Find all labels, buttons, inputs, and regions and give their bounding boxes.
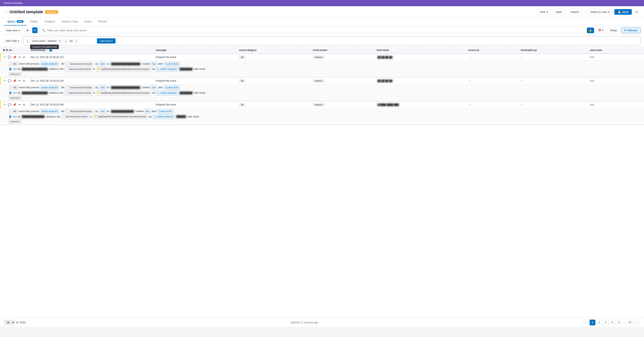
row-event-action: deletion — [310, 77, 374, 84]
row-detail-cell: 📄 file event with process elastic-endpoi… — [0, 108, 644, 125]
row-expand-btn[interactable]: ✎ — [3, 79, 6, 83]
row-add-btn[interactable]: ⊕ — [22, 103, 26, 107]
search-input[interactable] — [47, 29, 582, 32]
calendar-button[interactable]: 📅 ▾ — [596, 28, 606, 33]
page-4-button[interactable]: 4 — [610, 319, 615, 325]
data-view-button[interactable]: Data view ▾ — [3, 28, 23, 33]
row-add-btn[interactable]: ⊕ — [22, 79, 26, 83]
row-comment-btn[interactable]: 💬 — [7, 103, 12, 107]
tab-analyzer[interactable]: Analyzer — [42, 18, 58, 26]
page-1-button[interactable]: 1 — [590, 319, 595, 325]
lock-icon-button[interactable]: 🔒 — [587, 28, 594, 33]
row-more-btn[interactable]: ••• — [18, 79, 22, 83]
open-label: Open — [556, 10, 562, 14]
table-container[interactable]: ⊞ ⚙ 🗃 ↑ @timestamp ↓ 1 message event.cat… — [0, 47, 644, 318]
detail-line-1: 📄 file event with process elastic-endpoi… — [9, 62, 642, 67]
tab-query[interactable]: Query 2422 — [4, 18, 27, 26]
table-row[interactable]: ✎ 💬 📌 ••• ⊕ Dec 13, 2023 @ 16:29:26.094 … — [0, 101, 644, 108]
row-expand-btn[interactable]: ✎ — [3, 103, 6, 107]
save-button[interactable]: 💾 Save — [614, 9, 632, 15]
col-expand-icon[interactable]: ⊞ — [3, 49, 5, 52]
close-button[interactable]: ✕ — [634, 9, 640, 15]
tab-notes[interactable]: Notes — [81, 18, 95, 26]
inspect-button[interactable]: Inspect — [567, 9, 582, 15]
row-more-btn[interactable]: ••• — [18, 55, 22, 59]
data-view-label: Data view — [6, 29, 18, 32]
attach-label: Attach to case — [590, 10, 607, 14]
row-tools: ✎ 💬 📌 ••• ⊕ — [0, 54, 28, 61]
filter-options-button[interactable]: ⚙ — [24, 28, 31, 33]
filter-chip[interactable]: event.action: "deletion" ✕ Convert to te… — [30, 39, 63, 44]
col-settings-icon[interactable]: ⚙ — [6, 49, 8, 52]
page-5-button[interactable]: 5 — [616, 319, 622, 325]
prev-page-button[interactable]: ‹ — [583, 319, 589, 325]
and-filter-button[interactable]: AND Filter ▾ — [3, 39, 22, 43]
filter-label: Filter — [12, 40, 17, 43]
row-event-category: file — [236, 101, 310, 108]
unknown-container-1: unknown — [9, 73, 642, 76]
search-bar: 🔍 — [39, 27, 585, 33]
row-expand-btn[interactable]: ✎ — [3, 55, 6, 59]
save-icon: 💾 — [618, 10, 621, 14]
row-source-ip: — — [466, 77, 518, 84]
col-header-user-name[interactable]: user.name — [588, 47, 644, 54]
col-header-event-action[interactable]: event.action — [310, 47, 374, 54]
row-pin-btn[interactable]: 📌 — [12, 55, 17, 59]
row-add-btn[interactable]: ⊕ — [22, 55, 26, 59]
col-header-destination-ip[interactable]: destination.ip — [518, 47, 587, 54]
tab-notes-label: Notes — [84, 20, 92, 23]
divider — [584, 10, 584, 15]
row-comment-btn[interactable]: 💬 — [7, 55, 12, 59]
attach-to-case-button[interactable]: Attach to case ▾ — [587, 9, 612, 15]
refresh-button[interactable]: ↻ Refresh — [621, 28, 641, 33]
row-host-name: █.████.████.███ — [374, 101, 466, 108]
row-tools: ✎ 💬 📌 ••• ⊕ — [0, 101, 28, 108]
row-source-ip: — — [466, 101, 518, 108]
detail-line-1: 📄 file event with process elastic-endpoi… — [9, 85, 642, 90]
table-row[interactable]: ✎ 💬 📌 ••• ⊕ Dec 13, 2023 @ 16:29:26.314 … — [0, 54, 644, 61]
tab-esql[interactable]: ES|QL — [27, 18, 42, 26]
col-arrow-icon[interactable]: ↑ — [12, 49, 14, 52]
row-event-category: file — [236, 54, 310, 61]
and-label: AND — [6, 40, 11, 43]
refresh-icon: ↻ — [624, 29, 626, 32]
add-field-label: Add field — [100, 39, 110, 43]
row-pin-btn[interactable]: 📌 — [12, 79, 17, 83]
tab-pinned-label: Pinned — [98, 20, 106, 23]
table-row-detail: 📄 file event with process elastic-endpoi… — [0, 84, 644, 101]
page-2-button[interactable]: 2 — [596, 319, 602, 325]
row-more-btn[interactable]: ••• — [18, 103, 22, 107]
chevron-down-icon-5: ▾ — [18, 40, 19, 43]
col-add-icon[interactable]: 🗃 — [9, 49, 12, 52]
detail-line-2: 👤 root @ ████████████████ deleted a file… — [9, 91, 642, 96]
row-destination-ip: — — [518, 54, 587, 61]
col-header-source-ip[interactable]: source.ip — [466, 47, 518, 54]
tab-pinned[interactable]: Pinned — [95, 18, 110, 26]
detail-line-2: 👤 root @ ████████████████ deleted a file… — [9, 67, 642, 72]
col-header-message[interactable]: message — [153, 47, 236, 54]
tab-session-view[interactable]: Session View — [58, 18, 81, 26]
inspect-label: Inspect — [570, 10, 579, 14]
filter-chip-close[interactable]: ✕ — [58, 39, 61, 43]
add-field-button[interactable]: Add field ▾ — [97, 38, 116, 44]
sort-num: 1 — [49, 49, 52, 52]
col-header-event-category[interactable]: event.category — [236, 47, 310, 54]
row-comment-btn[interactable]: 💬 — [7, 79, 12, 83]
page-3-button[interactable]: 3 — [603, 319, 608, 325]
row-pin-btn[interactable]: 📌 — [12, 103, 17, 107]
chevron-down-icon-3: ▾ — [19, 29, 20, 32]
open-button[interactable]: Open — [553, 9, 566, 15]
detail-line-2: 👤 root @ ██████████████ deleted a file 📄… — [9, 114, 642, 119]
table-row[interactable]: ✎ 💬 📌 ••• ⊕ Dec 13, 2023 @ 16:29:26.310 … — [0, 77, 644, 84]
new-button[interactable]: New ▾ — [537, 9, 551, 15]
today-button[interactable]: Today — [608, 28, 619, 33]
per-page-select[interactable]: 25 — [4, 320, 15, 325]
unknown-container-3: unknown — [9, 120, 642, 123]
next-page-button[interactable]: › — [634, 319, 640, 325]
today-label: Today — [610, 29, 617, 32]
row-event-action: deletion — [310, 101, 374, 108]
last-page-button[interactable]: 97 — [628, 319, 633, 325]
col-header-host-name[interactable]: host.name — [374, 47, 466, 54]
add-filter-button[interactable]: + — [32, 27, 38, 33]
row-detail-cell: 📄 file event with process elastic-endpoi… — [0, 61, 644, 77]
